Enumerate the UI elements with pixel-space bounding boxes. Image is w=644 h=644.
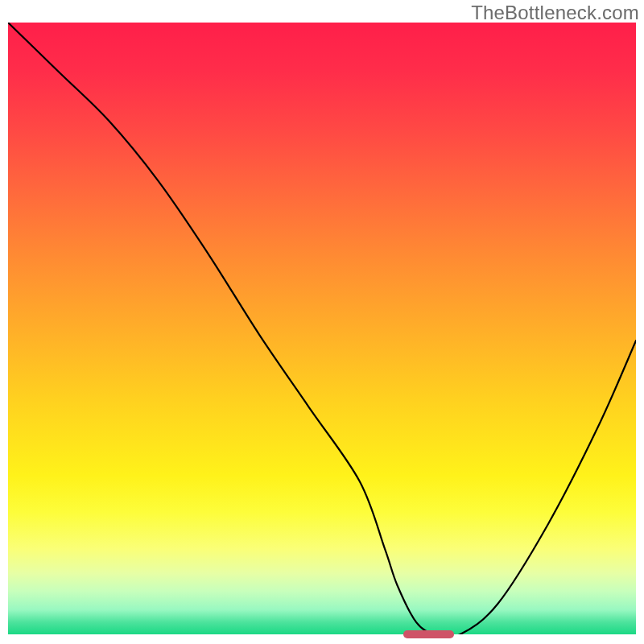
curve-path xyxy=(8,23,636,634)
watermark-text: TheBottleneck.com xyxy=(471,2,639,24)
optimal-range-marker xyxy=(403,630,453,638)
chart-stage: TheBottleneck.com xyxy=(0,0,644,644)
bottleneck-curve xyxy=(8,23,636,634)
